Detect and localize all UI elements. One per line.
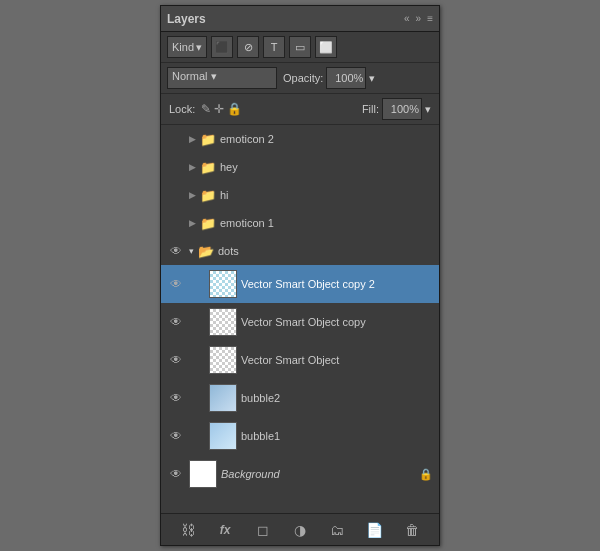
- layer-group-emoticon2[interactable]: ▶ 📁 emoticon 2: [161, 125, 439, 153]
- layer-name-vso: Vector Smart Object: [241, 354, 433, 366]
- kind-label: Kind: [172, 41, 194, 53]
- visibility-vso[interactable]: 👁: [167, 353, 185, 367]
- list-spacer: [161, 493, 439, 513]
- add-mask-button[interactable]: ◻: [251, 518, 275, 542]
- eye-icon-background: 👁: [170, 467, 182, 481]
- layer-fx-button[interactable]: fx: [213, 518, 237, 542]
- folder-icon-dots: 📂: [198, 244, 214, 259]
- lock-icons: ✎ ✛ 🔒: [201, 102, 242, 116]
- thumb-bubble2: [209, 384, 237, 412]
- opacity-arrow: ▾: [369, 72, 375, 85]
- folder-icon-emoticon1: 📁: [200, 216, 216, 231]
- opacity-input[interactable]: [326, 67, 366, 89]
- visibility-background[interactable]: 👁: [167, 467, 185, 481]
- collapse-icon[interactable]: «: [404, 13, 410, 24]
- lock-toolbar: Lock: ✎ ✛ 🔒 Fill: ▾: [161, 94, 439, 125]
- folder-icon-emoticon2: 📁: [200, 132, 216, 147]
- filter-pixel-icon[interactable]: ⬛: [211, 36, 233, 58]
- layers-panel: Layers « » ≡ Kind ▾ ⬛ ⊘ T ▭ ⬜ Normal ▾ O…: [160, 5, 440, 546]
- blend-dropdown-arrow: ▾: [211, 70, 217, 82]
- chevron-hi: ▶: [189, 190, 196, 200]
- layer-name-vso-copy2: Vector Smart Object copy 2: [241, 278, 433, 290]
- background-lock-icon: 🔒: [419, 468, 433, 481]
- chevron-emoticon2: ▶: [189, 134, 196, 144]
- chevron-emoticon1: ▶: [189, 218, 196, 228]
- eye-icon-vso-copy: 👁: [170, 315, 182, 329]
- layer-name-bubble1: bubble1: [241, 430, 433, 442]
- eye-icon-vso: 👁: [170, 353, 182, 367]
- eye-icon-bubble1: 👁: [170, 429, 182, 443]
- filter-smart-icon[interactable]: ⬜: [315, 36, 337, 58]
- filter-toolbar: Kind ▾ ⬛ ⊘ T ▭ ⬜: [161, 32, 439, 63]
- visibility-vso-copy2[interactable]: 👁: [167, 277, 185, 291]
- eye-icon-dots: 👁: [170, 244, 182, 258]
- layer-row-vso-copy2[interactable]: 👁 Vector Smart Object copy 2: [161, 265, 439, 303]
- layer-name-dots: dots: [218, 245, 433, 257]
- blend-mode-dropdown[interactable]: Normal ▾: [167, 67, 277, 89]
- eye-icon-bubble2: 👁: [170, 391, 182, 405]
- panel-titlebar: Layers « » ≡: [161, 6, 439, 32]
- adjustment-layer-button[interactable]: ◑: [288, 518, 312, 542]
- layer-row-bubble1[interactable]: 👁 bubble1: [161, 417, 439, 455]
- layer-group-hi[interactable]: ▶ 📁 hi: [161, 181, 439, 209]
- folder-icon-hey: 📁: [200, 160, 216, 175]
- new-layer-button[interactable]: 📄: [363, 518, 387, 542]
- panel-title: Layers: [167, 12, 206, 26]
- thumb-background: [189, 460, 217, 488]
- layer-group-hey[interactable]: ▶ 📁 hey: [161, 153, 439, 181]
- layer-name-bubble2: bubble2: [241, 392, 433, 404]
- chevron-dots: ▾: [189, 246, 194, 256]
- layer-name-background: Background: [221, 468, 415, 480]
- panel-footer: ⛓ fx ◻ ◑ 🗂 📄 🗑: [161, 513, 439, 545]
- expand-icon[interactable]: »: [416, 13, 422, 24]
- thumb-vso: [209, 346, 237, 374]
- filter-type-icon[interactable]: T: [263, 36, 285, 58]
- layer-name-hey: hey: [220, 161, 433, 173]
- thumb-bubble1: [209, 422, 237, 450]
- lock-position-icon[interactable]: ✛: [214, 102, 224, 116]
- layer-name-hi: hi: [220, 189, 433, 201]
- blend-toolbar: Normal ▾ Opacity: ▾: [161, 63, 439, 94]
- layer-row-bubble2[interactable]: 👁 bubble2: [161, 379, 439, 417]
- fill-arrow: ▾: [425, 103, 431, 116]
- filter-shape-icon[interactable]: ▭: [289, 36, 311, 58]
- lock-label: Lock:: [169, 103, 195, 115]
- opacity-control: Opacity: ▾: [283, 67, 375, 89]
- delete-layer-button[interactable]: 🗑: [400, 518, 424, 542]
- lock-pixel-icon[interactable]: ✎: [201, 102, 211, 116]
- thumb-vso-copy: [209, 308, 237, 336]
- layer-name-emoticon2: emoticon 2: [220, 133, 433, 145]
- layer-group-emoticon1[interactable]: ▶ 📁 emoticon 1: [161, 209, 439, 237]
- fill-control: Fill: ▾: [362, 98, 431, 120]
- opacity-label: Opacity:: [283, 72, 323, 84]
- filter-adjust-icon[interactable]: ⊘: [237, 36, 259, 58]
- dropdown-arrow: ▾: [196, 41, 202, 54]
- visibility-vso-copy[interactable]: 👁: [167, 315, 185, 329]
- chevron-hey: ▶: [189, 162, 196, 172]
- new-group-button[interactable]: 🗂: [325, 518, 349, 542]
- layer-name-vso-copy: Vector Smart Object copy: [241, 316, 433, 328]
- layer-row-vso-copy[interactable]: 👁 Vector Smart Object copy: [161, 303, 439, 341]
- layers-list: ▶ 📁 emoticon 2 ▶ 📁 hey ▶ 📁 hi ▶ 📁 emotic…: [161, 125, 439, 513]
- visibility-bubble1[interactable]: 👁: [167, 429, 185, 443]
- visibility-dots[interactable]: 👁: [167, 244, 185, 258]
- lock-all-icon[interactable]: 🔒: [227, 102, 242, 116]
- thumb-vso-copy2: [209, 270, 237, 298]
- eye-icon-vso-copy2: 👁: [170, 277, 182, 291]
- link-layers-button[interactable]: ⛓: [176, 518, 200, 542]
- layer-group-dots[interactable]: 👁 ▾ 📂 dots: [161, 237, 439, 265]
- layer-name-emoticon1: emoticon 1: [220, 217, 433, 229]
- layer-row-vso[interactable]: 👁 Vector Smart Object: [161, 341, 439, 379]
- kind-dropdown[interactable]: Kind ▾: [167, 36, 207, 58]
- folder-icon-hi: 📁: [200, 188, 216, 203]
- fill-label: Fill:: [362, 103, 379, 115]
- titlebar-controls: « » ≡: [404, 13, 433, 24]
- fill-input[interactable]: [382, 98, 422, 120]
- layer-row-background[interactable]: 👁 Background 🔒: [161, 455, 439, 493]
- visibility-bubble2[interactable]: 👁: [167, 391, 185, 405]
- blend-mode-value: Normal: [172, 70, 207, 82]
- panel-menu-icon[interactable]: ≡: [427, 13, 433, 24]
